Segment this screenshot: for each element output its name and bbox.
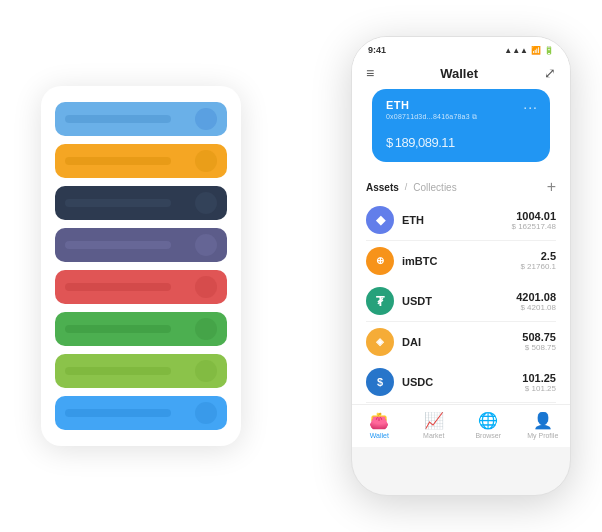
bg-card-text bbox=[65, 241, 171, 249]
asset-amounts: 4201.08 $ 4201.08 bbox=[516, 291, 556, 312]
wifi-icon: 📶 bbox=[531, 46, 541, 55]
status-bar: 9:41 ▲▲▲ 📶 🔋 bbox=[352, 37, 570, 59]
tab-separator: / bbox=[405, 182, 408, 192]
profile-nav-label: My Profile bbox=[527, 432, 558, 439]
asset-list: ◆ ETH 1004.01 $ 162517.48 ⊕ imBTC 2.5 bbox=[352, 200, 570, 404]
bg-card-item[interactable] bbox=[55, 354, 227, 388]
wallet-nav-label: Wallet bbox=[370, 432, 389, 439]
usdc-icon: $ bbox=[366, 368, 394, 396]
nav-market[interactable]: 📈 Market bbox=[414, 411, 454, 439]
bg-card-icon bbox=[195, 402, 217, 424]
bg-card-item[interactable] bbox=[55, 396, 227, 430]
usdt-icon: ₮ bbox=[366, 287, 394, 315]
market-nav-icon: 📈 bbox=[424, 411, 444, 430]
phone-content: ··· ETH 0x08711d3d...8416a78a3 ⧉ $189,08… bbox=[352, 89, 570, 447]
eth-card-address: 0x08711d3d...8416a78a3 ⧉ bbox=[386, 113, 536, 121]
assets-header: Assets / Collecties + bbox=[352, 170, 570, 200]
expand-icon[interactable]: ⤢ bbox=[544, 65, 556, 81]
market-nav-label: Market bbox=[423, 432, 444, 439]
add-asset-button[interactable]: + bbox=[547, 178, 556, 196]
bg-card-icon bbox=[195, 108, 217, 130]
eth-card-amount: $189,089.11 bbox=[386, 129, 536, 152]
bg-cards-panel bbox=[41, 86, 241, 446]
nav-profile[interactable]: 👤 My Profile bbox=[523, 411, 563, 439]
bg-card-text bbox=[65, 367, 171, 375]
dai-icon: ◈ bbox=[366, 328, 394, 356]
bg-card-text bbox=[65, 157, 171, 165]
bg-card-item[interactable] bbox=[55, 270, 227, 304]
eth-card[interactable]: ··· ETH 0x08711d3d...8416a78a3 ⧉ $189,08… bbox=[372, 89, 550, 162]
bg-card-item[interactable] bbox=[55, 144, 227, 178]
asset-amounts: 508.75 $ 508.75 bbox=[522, 331, 556, 352]
list-item[interactable]: ◈ DAI 508.75 $ 508.75 bbox=[352, 322, 570, 362]
signal-icon: ▲▲▲ bbox=[504, 46, 528, 55]
wallet-nav-icon: 👛 bbox=[369, 411, 389, 430]
eth-card-token: ETH bbox=[386, 99, 536, 111]
asset-name: USDC bbox=[402, 376, 522, 388]
profile-nav-icon: 👤 bbox=[533, 411, 553, 430]
nav-wallet[interactable]: 👛 Wallet bbox=[359, 411, 399, 439]
bg-card-icon bbox=[195, 318, 217, 340]
bg-card-text bbox=[65, 409, 171, 417]
bg-card-icon bbox=[195, 276, 217, 298]
list-item[interactable]: ◆ ETH 1004.01 $ 162517.48 bbox=[352, 200, 570, 240]
copy-icon[interactable]: ⧉ bbox=[472, 113, 477, 120]
bg-card-item[interactable] bbox=[55, 228, 227, 262]
bg-card-icon bbox=[195, 150, 217, 172]
bg-card-text bbox=[65, 283, 171, 291]
bg-card-item[interactable] bbox=[55, 102, 227, 136]
nav-browser[interactable]: 🌐 Browser bbox=[468, 411, 508, 439]
bg-card-icon bbox=[195, 192, 217, 214]
header-title: Wallet bbox=[440, 66, 478, 81]
scene: 9:41 ▲▲▲ 📶 🔋 ≡ Wallet ⤢ ··· ETH bbox=[11, 11, 591, 521]
bg-card-text bbox=[65, 325, 171, 333]
asset-amounts: 2.5 $ 21760.1 bbox=[520, 250, 556, 271]
bg-card-item[interactable] bbox=[55, 312, 227, 346]
list-item[interactable]: ⊕ imBTC 2.5 $ 21760.1 bbox=[352, 241, 570, 281]
bg-card-icon bbox=[195, 360, 217, 382]
eth-icon: ◆ bbox=[366, 206, 394, 234]
asset-name: USDT bbox=[402, 295, 516, 307]
list-item[interactable]: ₮ USDT 4201.08 $ 4201.08 bbox=[352, 281, 570, 321]
assets-tabs: Assets / Collecties bbox=[366, 182, 457, 193]
asset-name: imBTC bbox=[402, 255, 520, 267]
asset-name: DAI bbox=[402, 336, 522, 348]
asset-amounts: 1004.01 $ 162517.48 bbox=[512, 210, 557, 231]
bg-card-text bbox=[65, 199, 171, 207]
bottom-nav: 👛 Wallet 📈 Market 🌐 Browser 👤 My Profile bbox=[352, 404, 570, 447]
bg-card-text bbox=[65, 115, 171, 123]
imbtc-icon: ⊕ bbox=[366, 247, 394, 275]
tab-assets[interactable]: Assets bbox=[366, 182, 399, 193]
browser-nav-icon: 🌐 bbox=[478, 411, 498, 430]
status-time: 9:41 bbox=[368, 45, 386, 55]
asset-amounts: 101.25 $ 101.25 bbox=[522, 372, 556, 393]
tab-collecties[interactable]: Collecties bbox=[413, 182, 456, 193]
status-icons: ▲▲▲ 📶 🔋 bbox=[504, 46, 554, 55]
battery-icon: 🔋 bbox=[544, 46, 554, 55]
bg-card-item[interactable] bbox=[55, 186, 227, 220]
browser-nav-label: Browser bbox=[475, 432, 501, 439]
menu-icon[interactable]: ≡ bbox=[366, 65, 374, 81]
phone-header: ≡ Wallet ⤢ bbox=[352, 59, 570, 89]
bg-card-icon bbox=[195, 234, 217, 256]
asset-name: ETH bbox=[402, 214, 512, 226]
list-item[interactable]: $ USDC 101.25 $ 101.25 bbox=[352, 362, 570, 402]
phone-frame: 9:41 ▲▲▲ 📶 🔋 ≡ Wallet ⤢ ··· ETH bbox=[351, 36, 571, 496]
